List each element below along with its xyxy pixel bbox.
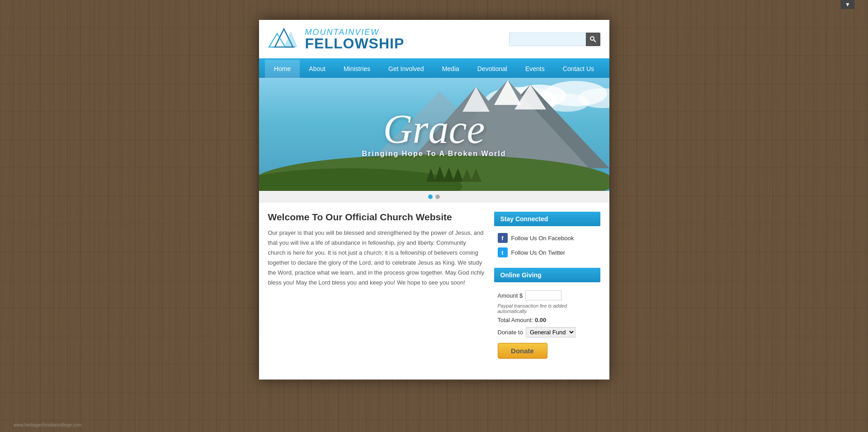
nav-item-home[interactable]: Home: [265, 60, 300, 78]
svg-point-4: [590, 37, 594, 40]
slide-indicators: [259, 191, 609, 203]
facebook-link[interactable]: f Follow Us On Facebook: [494, 231, 600, 245]
nav-item-media[interactable]: Media: [433, 60, 468, 78]
logo-mountain-icon: [268, 27, 300, 52]
scroll-indicator[interactable]: ▼: [841, 0, 854, 9]
site-header: MOUNTAINVIEW FELLOWSHIP: [259, 20, 609, 60]
donate-button[interactable]: Donate: [498, 343, 547, 359]
nav-item-devotional[interactable]: Devotional: [468, 60, 516, 78]
scroll-arrow-icon: ▼: [845, 1, 850, 8]
welcome-body: Our prayer is that you will be blessed a…: [268, 228, 485, 288]
giving-form: Amount $ Paypal transaction fee is added…: [494, 287, 600, 362]
slide-dot-1[interactable]: [428, 195, 433, 199]
svg-marker-1: [269, 33, 285, 47]
content-right: Stay Connected f Follow Us On Facebook t…: [494, 212, 600, 370]
hero-background: Grace Bringing Hope To A Broken World: [259, 78, 609, 191]
total-label: Total Amount:: [498, 317, 533, 323]
svg-line-5: [594, 40, 596, 42]
nav-item-about[interactable]: About: [300, 60, 335, 78]
main-content: Welcome To Our Official Church Website O…: [259, 203, 609, 380]
stay-connected-widget: Stay Connected f Follow Us On Facebook t…: [494, 212, 600, 260]
nav-item-contact-us[interactable]: Contact Us: [554, 60, 603, 78]
slide-dot-2[interactable]: [435, 195, 440, 199]
hero-grace-text: Grace: [362, 111, 506, 147]
facebook-icon: f: [498, 233, 508, 243]
logo-text: MOUNTAINVIEW FELLOWSHIP: [305, 28, 405, 51]
website-container: MOUNTAINVIEW FELLOWSHIP Home About Minis…: [259, 20, 609, 380]
fund-select[interactable]: General Fund: [526, 327, 576, 337]
donate-to-row: Donate to General Fund: [498, 327, 597, 337]
twitter-link[interactable]: t Follow Us On Twitter: [494, 245, 600, 260]
search-icon: [590, 36, 597, 43]
welcome-title: Welcome To Our Official Church Website: [268, 212, 485, 223]
logo-area: MOUNTAINVIEW FELLOWSHIP: [268, 27, 405, 52]
twitter-icon: t: [498, 247, 508, 257]
main-nav: Home About Ministries Get Involved Media…: [259, 60, 609, 78]
nav-item-get-involved[interactable]: Get Involved: [379, 60, 433, 78]
footer-watermark: www.heritagechristiancollege.com: [14, 423, 82, 427]
amount-input[interactable]: [525, 290, 561, 300]
hero-text-overlay: Grace Bringing Hope To A Broken World: [362, 111, 506, 158]
paypal-note: Paypal transaction fee is added automati…: [498, 303, 597, 314]
hero-banner: Grace Bringing Hope To A Broken World: [259, 78, 609, 191]
twitter-label: Follow Us On Twitter: [511, 249, 566, 256]
search-area: [509, 33, 600, 46]
logo-fellowship: FELLOWSHIP: [305, 36, 405, 51]
search-input[interactable]: [509, 33, 586, 46]
total-row: Total Amount: 0.00: [498, 317, 597, 323]
facebook-label: Follow Us On Facebook: [511, 235, 574, 242]
donate-to-label: Donate to: [498, 329, 523, 336]
online-giving-header: Online Giving: [494, 268, 600, 282]
search-button[interactable]: [586, 33, 600, 46]
content-left: Welcome To Our Official Church Website O…: [268, 212, 485, 370]
nav-item-ministries[interactable]: Ministries: [335, 60, 379, 78]
total-amount: 0.00: [535, 317, 546, 323]
stay-connected-header: Stay Connected: [494, 212, 600, 226]
hero-subtitle: Bringing Hope To A Broken World: [362, 150, 506, 158]
logo-mountainview: MOUNTAINVIEW: [305, 28, 405, 36]
amount-label: Amount $: [498, 292, 523, 299]
online-giving-widget: Online Giving Amount $ Paypal transactio…: [494, 268, 600, 362]
amount-row: Amount $: [498, 290, 597, 300]
nav-item-events[interactable]: Events: [516, 60, 554, 78]
